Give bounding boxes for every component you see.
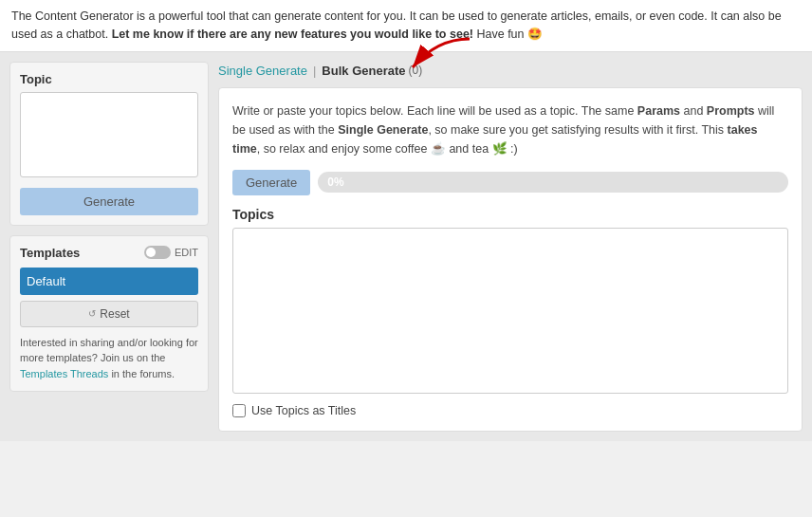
default-template-button[interactable]: Default (20, 268, 198, 295)
left-panel: Topic Generate Templates EDIT Default ↺ … (9, 62, 209, 432)
generate-button-left[interactable]: Generate (20, 188, 198, 215)
tab-single-generate[interactable]: Single Generate (218, 62, 307, 80)
checkbox-row: Use Topics as Titles (232, 404, 788, 417)
edit-toggle[interactable]: EDIT (144, 246, 198, 259)
generate-button-main[interactable]: Generate (232, 170, 310, 195)
tab-bulk-generate[interactable]: Bulk Generate (322, 64, 405, 78)
topics-textarea[interactable] (232, 228, 788, 394)
tab-separator: | (313, 64, 316, 78)
use-topics-as-titles-checkbox[interactable] (232, 404, 246, 417)
toggle-switch[interactable] (144, 246, 171, 259)
templates-footer: Interested in sharing and/or looking for… (20, 335, 198, 382)
right-panel: Single Generate | Bulk Generate (0) (218, 62, 803, 432)
bulk-generate-card: Write or paste your topics below. Each l… (218, 87, 803, 432)
topbar-text: The Content Generator is a powerful tool… (11, 9, 782, 41)
topic-textarea[interactable] (20, 92, 198, 177)
topics-label: Topics (232, 207, 788, 222)
bulk-description: Write or paste your topics below. Each l… (232, 102, 788, 158)
reset-label: Reset (100, 307, 129, 321)
reset-icon: ↺ (88, 308, 96, 319)
topic-label: Topic (20, 72, 198, 86)
templates-header: Templates EDIT (20, 246, 198, 260)
reset-button[interactable]: ↺ Reset (20, 301, 198, 327)
templates-box: Templates EDIT Default ↺ Reset Intereste… (9, 235, 209, 393)
templates-title: Templates (20, 246, 80, 260)
progress-label: 0% (327, 175, 343, 189)
footer-text1: Interested in sharing and/or looking for… (20, 337, 198, 364)
topic-box: Topic Generate (9, 62, 209, 226)
tabs-row: Single Generate | Bulk Generate (0) (218, 62, 803, 80)
footer-text2: in the forums. (108, 368, 175, 379)
generate-row: Generate 0% (232, 170, 788, 195)
progress-bar-container: 0% (318, 172, 788, 193)
use-topics-as-titles-label: Use Topics as Titles (251, 404, 356, 417)
red-arrow-annotation (398, 34, 474, 77)
templates-threads-link[interactable]: Templates Threads (20, 368, 108, 379)
edit-label: EDIT (175, 247, 198, 258)
